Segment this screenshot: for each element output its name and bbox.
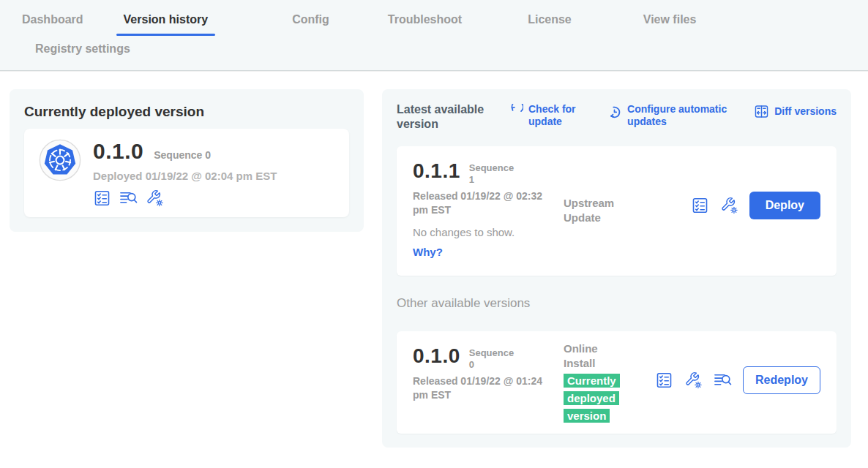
other-source-label: Online Install (564, 341, 615, 370)
tab-dashboard[interactable]: Dashboard (15, 13, 91, 36)
check-for-update-label: Check for update (528, 103, 583, 128)
why-link[interactable]: Why? (413, 246, 444, 258)
diff-icon (754, 104, 769, 119)
tab-registry-settings[interactable]: Registry settings (28, 42, 138, 65)
deploy-logs-icon[interactable] (714, 371, 732, 389)
currently-deployed-badge: Currently deployed version (564, 374, 620, 423)
tab-config[interactable]: Config (285, 13, 337, 36)
top-navigation: Dashboard Version history Config Trouble… (0, 0, 868, 71)
no-changes-text: No changes to show. (413, 226, 820, 238)
check-for-update-link[interactable]: Check for update (508, 103, 583, 128)
diff-versions-link[interactable]: Diff versions (754, 103, 837, 128)
edit-config-icon[interactable] (720, 197, 738, 214)
preflight-checks-icon[interactable] (691, 197, 709, 214)
currently-deployed-panel: Currently deployed version 0.1.0 Sequenc… (10, 89, 364, 232)
configure-automatic-updates-link[interactable]: Configure automatic updates (607, 103, 730, 128)
refresh-icon (508, 104, 523, 119)
other-released-timestamp: Released 01/19/22 @ 01:24 pm EST (413, 374, 548, 402)
available-versions-panel: Latest available version Check for updat… (382, 89, 851, 448)
latest-version-number: 0.1.1 (413, 159, 460, 183)
redeploy-button[interactable]: Redeploy (743, 366, 820, 394)
deployed-version-number: 0.1.0 (93, 139, 143, 164)
tab-license[interactable]: License (520, 13, 579, 36)
tab-troubleshoot[interactable]: Troubleshoot (381, 13, 469, 36)
tab-version-history[interactable]: Version history (116, 13, 216, 36)
latest-version-card: 0.1.1 Sequence 1 Released 01/19/22 @ 02:… (397, 146, 837, 276)
schedule-refresh-icon (607, 104, 622, 119)
latest-released-timestamp: Released 01/19/22 @ 02:32 pm EST (413, 189, 548, 217)
deployed-timestamp: Deployed 01/19/22 @ 02:04 pm EST (93, 170, 277, 182)
configure-automatic-updates-label: Configure automatic updates (627, 103, 730, 128)
currently-deployed-title: Currently deployed version (24, 104, 349, 120)
nav-tabs-row: Dashboard Version history Config Trouble… (0, 0, 868, 36)
edit-config-icon[interactable] (146, 189, 164, 207)
kubernetes-app-icon (39, 139, 81, 181)
deployed-version-card: 0.1.0 Sequence 0 Deployed 01/19/22 @ 02:… (24, 129, 349, 217)
deployed-sequence-label: Sequence 0 (154, 149, 211, 161)
latest-source-label: Upstream Update (564, 196, 644, 224)
latest-sequence-label: Sequence 1 (469, 159, 520, 185)
other-version-card: 0.1.0 Sequence 0 Released 01/19/22 @ 01:… (397, 331, 837, 434)
latest-available-title: Latest available version (397, 102, 498, 132)
deploy-button[interactable]: Deploy (749, 192, 820, 219)
edit-config-icon[interactable] (684, 371, 703, 389)
other-sequence-label: Sequence 0 (469, 344, 520, 370)
deploy-logs-icon[interactable] (119, 189, 138, 207)
other-version-number: 0.1.0 (413, 344, 460, 368)
nav-tabs-row-2: Registry settings (0, 36, 868, 65)
other-available-versions-title: Other available versions (397, 296, 837, 311)
preflight-checks-icon[interactable] (93, 189, 111, 207)
preflight-checks-icon[interactable] (655, 371, 673, 389)
tab-view-files[interactable]: View files (636, 13, 704, 36)
diff-versions-label: Diff versions (774, 103, 837, 118)
